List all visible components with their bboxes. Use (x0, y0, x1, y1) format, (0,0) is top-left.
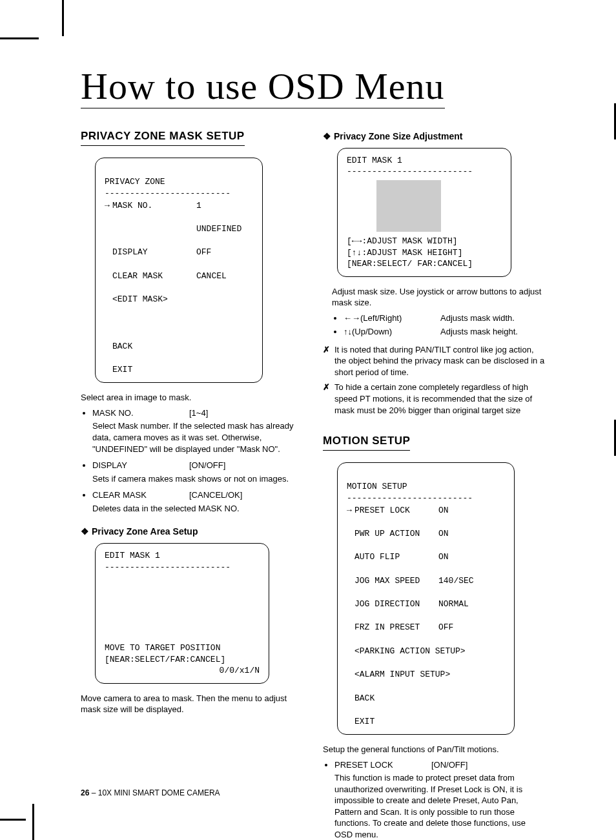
list-item: PRESET LOCK[ON/OFF] This function is mad… (334, 759, 546, 840)
osd-title: MOTION SETUP (347, 482, 407, 491)
crop-mark (0, 37, 39, 39)
bullet-list: ←→(Left/Right)Adjusts mask width. ↑↓(Up/… (332, 312, 546, 338)
list-item: ←→(Left/Right)Adjusts mask width. (344, 312, 546, 324)
list-item: CLEAR MASK[CANCEL/OK] Deletes data in th… (92, 489, 303, 514)
crop-mark (32, 804, 34, 840)
osd-privacy-zone: PRIVACY ZONE ------------------------- →… (95, 158, 263, 383)
list-item: ↑↓(Up/Down)Adjusts mask height. (344, 326, 546, 338)
osd-title: PRIVACY ZONE (105, 177, 165, 187)
bullet-list: MASK NO.[1~4] Select Mask number. If the… (81, 407, 303, 514)
mask-preview-filled (376, 180, 441, 232)
bullet-list: PRESET LOCK[ON/OFF] This function is mad… (323, 759, 546, 840)
page-footer: 26 – 10X MINI SMART DOME CAMERA (81, 788, 220, 797)
mask-preview-empty (134, 575, 199, 627)
list-item: DISPLAY[ON/OFF] Sets if camera makes mas… (92, 460, 303, 484)
note-icon: ✗ (323, 344, 334, 378)
section-heading-motion: MOTION SETUP (323, 434, 410, 451)
osd-divider: ------------------------- (105, 189, 231, 198)
osd-motion-setup: MOTION SETUP ------------------------- →… (337, 462, 515, 735)
paragraph: Adjust mask size. Use joystick or arrow … (332, 286, 546, 309)
section-heading-privacy: PRIVACY ZONE MASK SETUP (81, 129, 245, 146)
paragraph: Select area in image to mask. (81, 392, 303, 404)
left-column: PRIVACY ZONE MASK SETUP PRIVACY ZONE ---… (81, 129, 303, 840)
note-icon: ✗ (323, 382, 334, 416)
page-title: How to use OSD Menu (81, 65, 445, 108)
crop-mark (0, 819, 26, 821)
content-columns: PRIVACY ZONE MASK SETUP PRIVACY ZONE ---… (81, 129, 546, 840)
osd-edit-mask-area: EDIT MASK 1 ------------------------- MO… (95, 543, 269, 684)
manual-page: How to use OSD Menu PRIVACY ZONE MASK SE… (0, 0, 616, 840)
note-item: ✗To hide a certain zone completely regar… (323, 382, 546, 416)
crop-mark (62, 0, 64, 36)
paragraph: Setup the general functions of Pan/Tilt … (323, 744, 546, 755)
subheading-area-setup: ❖Privacy Zone Area Setup (81, 526, 303, 538)
osd-edit-mask-size: EDIT MASK 1 ------------------------- [←… (337, 148, 511, 277)
right-column: ❖Privacy Zone Size Adjustment EDIT MASK … (323, 129, 546, 840)
note-item: ✗It is noted that during PAN/TILT contro… (323, 344, 546, 378)
diamond-icon: ❖ (81, 526, 89, 537)
subheading-size-adj: ❖Privacy Zone Size Adjustment (323, 130, 546, 143)
list-item: MASK NO.[1~4] Select Mask number. If the… (92, 407, 303, 455)
diamond-icon: ❖ (323, 131, 331, 141)
paragraph: Move camera to area to mask. Then the me… (81, 693, 303, 715)
